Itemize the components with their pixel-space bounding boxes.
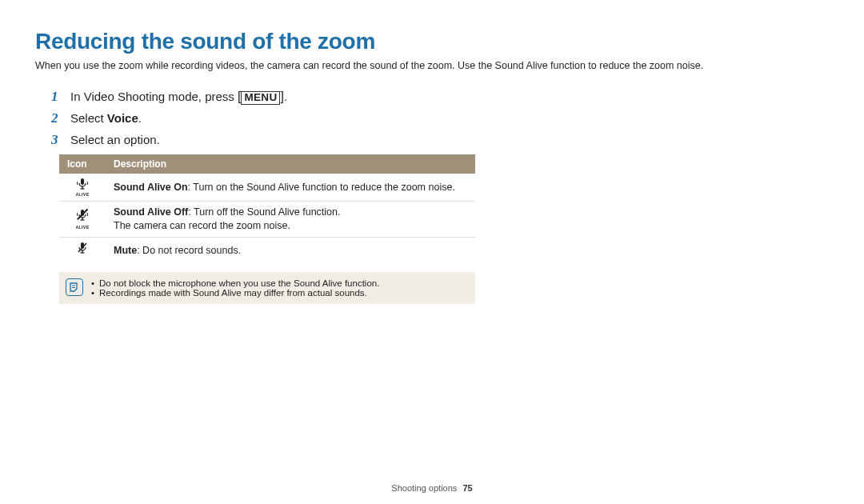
- step-text: In Video Shooting mode, press [MENU].: [70, 90, 287, 105]
- page-title: Reducing the sound of the zoom: [35, 29, 829, 54]
- page-footer: Shooting options 75: [0, 483, 864, 493]
- table-header-row: Icon Description: [59, 154, 475, 174]
- step-2-post: .: [138, 111, 142, 125]
- step-2: 2 Select Voice.: [51, 110, 829, 126]
- option-desc: : Turn off the Sound Alive function.: [188, 206, 340, 218]
- note-box: Do not block the microphone when you use…: [59, 272, 475, 304]
- steps-list: 1 In Video Shooting mode, press [MENU]. …: [35, 89, 829, 148]
- manual-page: Reducing the sound of the zoom When you …: [0, 0, 864, 504]
- svg-rect-0: [81, 178, 84, 185]
- intro-paragraph: When you use the zoom while recording vi…: [35, 59, 829, 73]
- step-number: 3: [51, 132, 62, 148]
- icon-cell: [59, 238, 106, 264]
- table-row: ALIVE Sound Alive On: Turn on the Sound …: [59, 174, 475, 202]
- menu-button-icon: MENU: [241, 91, 280, 105]
- step-1: 1 In Video Shooting mode, press [MENU].: [51, 89, 829, 105]
- step-1-post: .: [284, 90, 287, 103]
- option-name: Sound Alive On: [114, 182, 188, 193]
- step-number: 2: [51, 110, 62, 126]
- desc-cell: Sound Alive Off: Turn off the Sound Aliv…: [106, 202, 475, 238]
- desc-cell: Mute: Do not record sounds.: [106, 238, 475, 264]
- note-item: Recordings made with Sound Alive may dif…: [91, 288, 379, 298]
- table-row: Mute: Do not record sounds.: [59, 238, 475, 264]
- col-description: Description: [106, 154, 475, 174]
- col-icon: Icon: [59, 154, 106, 174]
- svg-rect-3: [81, 210, 84, 216]
- footer-section: Shooting options: [391, 483, 457, 493]
- note-icon: [66, 278, 83, 296]
- sound-alive-off-icon: ALIVE: [75, 209, 89, 230]
- footer-page-number: 75: [462, 483, 472, 493]
- mute-icon: [77, 242, 88, 256]
- sound-alive-on-icon: ALIVE: [75, 178, 89, 198]
- desc-cell: Sound Alive On: Turn on the Sound Alive …: [106, 174, 475, 202]
- icon-label: ALIVE: [75, 226, 89, 230]
- options-table: Icon Description ALIVE Sound Alive On: T…: [59, 154, 475, 264]
- table-row: ALIVE Sound Alive Off: Turn off the Soun…: [59, 202, 475, 238]
- icon-cell: ALIVE: [59, 202, 106, 238]
- option-name: Sound Alive Off: [114, 206, 188, 218]
- note-item: Do not block the microphone when you use…: [91, 278, 379, 288]
- icon-label: ALIVE: [75, 193, 89, 198]
- step-2-pre: Select: [70, 111, 107, 125]
- option-name: Mute: [114, 245, 137, 256]
- step-text: Select an option.: [70, 133, 160, 146]
- option-desc: : Turn on the Sound Alive function to re…: [188, 182, 455, 193]
- option-desc-line2: The camera can record the zoom noise.: [114, 220, 290, 231]
- step-1-pre: In Video Shooting mode, press: [70, 90, 238, 103]
- note-list: Do not block the microphone when you use…: [91, 278, 379, 298]
- option-desc: : Do not record sounds.: [137, 245, 241, 256]
- step-number: 1: [51, 89, 62, 105]
- step-2-bold: Voice: [107, 111, 138, 125]
- icon-cell: ALIVE: [59, 174, 106, 202]
- step-3: 3 Select an option.: [51, 132, 829, 148]
- step-text: Select Voice.: [70, 111, 142, 125]
